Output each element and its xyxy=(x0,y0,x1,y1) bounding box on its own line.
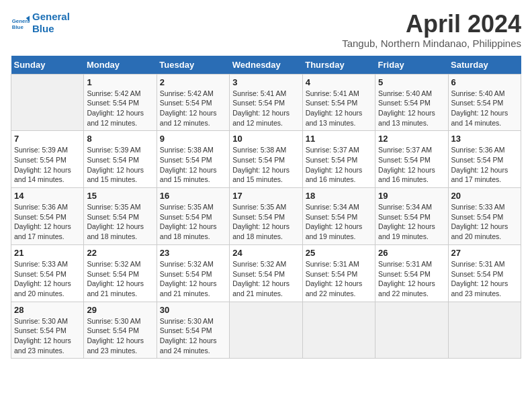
day-number: 6 xyxy=(451,77,518,87)
day-header-sunday: Sunday xyxy=(11,56,84,75)
days-header-row: SundayMondayTuesdayWednesdayThursdayFrid… xyxy=(11,56,521,75)
week-row-3: 14Sunrise: 5:36 AM Sunset: 5:54 PM Dayli… xyxy=(11,188,521,245)
day-detail: Sunrise: 5:30 AM Sunset: 5:54 PM Dayligh… xyxy=(14,316,81,356)
day-detail: Sunrise: 5:40 AM Sunset: 5:54 PM Dayligh… xyxy=(451,89,518,128)
day-detail: Sunrise: 5:35 AM Sunset: 5:54 PM Dayligh… xyxy=(232,202,299,242)
day-detail: Sunrise: 5:34 AM Sunset: 5:54 PM Dayligh… xyxy=(378,202,445,242)
day-detail: Sunrise: 5:32 AM Sunset: 5:54 PM Dayligh… xyxy=(87,259,153,299)
calendar-cell: 24Sunrise: 5:32 AM Sunset: 5:54 PM Dayli… xyxy=(230,244,302,302)
calendar-cell xyxy=(448,302,521,359)
day-number: 1 xyxy=(87,77,153,87)
day-detail: Sunrise: 5:35 AM Sunset: 5:54 PM Dayligh… xyxy=(160,202,226,242)
calendar-cell: 7Sunrise: 5:39 AM Sunset: 5:54 PM Daylig… xyxy=(11,131,84,188)
calendar-cell xyxy=(375,302,448,359)
day-header-monday: Monday xyxy=(84,56,157,75)
day-number: 30 xyxy=(160,305,226,315)
day-number: 24 xyxy=(232,248,299,258)
calendar-cell: 22Sunrise: 5:32 AM Sunset: 5:54 PM Dayli… xyxy=(84,244,157,302)
day-detail: Sunrise: 5:37 AM Sunset: 5:54 PM Dayligh… xyxy=(378,145,445,185)
day-detail: Sunrise: 5:39 AM Sunset: 5:54 PM Dayligh… xyxy=(14,145,81,185)
day-detail: Sunrise: 5:35 AM Sunset: 5:54 PM Dayligh… xyxy=(87,202,153,242)
calendar-cell: 26Sunrise: 5:31 AM Sunset: 5:54 PM Dayli… xyxy=(375,244,448,302)
day-number: 25 xyxy=(306,248,372,258)
calendar-cell: 4Sunrise: 5:41 AM Sunset: 5:54 PM Daylig… xyxy=(302,74,375,131)
calendar-cell: 21Sunrise: 5:33 AM Sunset: 5:54 PM Dayli… xyxy=(11,244,84,302)
day-detail: Sunrise: 5:41 AM Sunset: 5:54 PM Dayligh… xyxy=(232,89,299,128)
title-block: April 2024 Tangub, Northern Mindanao, Ph… xyxy=(342,11,521,49)
calendar-cell: 17Sunrise: 5:35 AM Sunset: 5:54 PM Dayli… xyxy=(230,188,302,245)
day-number: 28 xyxy=(14,305,81,315)
day-number: 4 xyxy=(306,77,372,87)
day-number: 16 xyxy=(160,191,226,201)
day-number: 23 xyxy=(160,248,226,258)
day-detail: Sunrise: 5:42 AM Sunset: 5:54 PM Dayligh… xyxy=(160,89,226,128)
day-detail: Sunrise: 5:38 AM Sunset: 5:54 PM Dayligh… xyxy=(160,145,226,185)
day-detail: Sunrise: 5:41 AM Sunset: 5:54 PM Dayligh… xyxy=(306,89,372,128)
day-number: 11 xyxy=(306,134,372,144)
calendar-cell: 5Sunrise: 5:40 AM Sunset: 5:54 PM Daylig… xyxy=(375,74,448,131)
day-number: 19 xyxy=(378,191,445,201)
calendar-cell: 13Sunrise: 5:36 AM Sunset: 5:54 PM Dayli… xyxy=(448,131,521,188)
calendar-cell: 30Sunrise: 5:30 AM Sunset: 5:54 PM Dayli… xyxy=(157,302,229,359)
logo-icon: General Blue xyxy=(11,13,30,32)
logo-text: General Blue xyxy=(32,11,70,35)
day-detail: Sunrise: 5:30 AM Sunset: 5:54 PM Dayligh… xyxy=(160,316,226,356)
calendar-cell xyxy=(230,302,302,359)
day-number: 21 xyxy=(14,248,81,258)
day-number: 27 xyxy=(451,248,518,258)
week-row-2: 7Sunrise: 5:39 AM Sunset: 5:54 PM Daylig… xyxy=(11,131,521,188)
calendar-cell: 8Sunrise: 5:39 AM Sunset: 5:54 PM Daylig… xyxy=(84,131,157,188)
calendar-cell: 20Sunrise: 5:33 AM Sunset: 5:54 PM Dayli… xyxy=(448,188,521,245)
day-detail: Sunrise: 5:30 AM Sunset: 5:54 PM Dayligh… xyxy=(87,316,153,356)
day-detail: Sunrise: 5:34 AM Sunset: 5:54 PM Dayligh… xyxy=(306,202,372,242)
calendar-cell: 27Sunrise: 5:31 AM Sunset: 5:54 PM Dayli… xyxy=(448,244,521,302)
calendar-cell: 28Sunrise: 5:30 AM Sunset: 5:54 PM Dayli… xyxy=(11,302,84,359)
calendar-cell: 14Sunrise: 5:36 AM Sunset: 5:54 PM Dayli… xyxy=(11,188,84,245)
day-detail: Sunrise: 5:33 AM Sunset: 5:54 PM Dayligh… xyxy=(451,202,518,242)
day-detail: Sunrise: 5:37 AM Sunset: 5:54 PM Dayligh… xyxy=(306,145,372,185)
day-number: 26 xyxy=(378,248,445,258)
day-number: 8 xyxy=(87,134,153,144)
calendar-cell: 3Sunrise: 5:41 AM Sunset: 5:54 PM Daylig… xyxy=(230,74,302,131)
day-number: 12 xyxy=(378,134,445,144)
day-number: 10 xyxy=(232,134,299,144)
day-number: 18 xyxy=(306,191,372,201)
day-detail: Sunrise: 5:31 AM Sunset: 5:54 PM Dayligh… xyxy=(451,259,518,299)
calendar-subtitle: Tangub, Northern Mindanao, Philippines xyxy=(342,38,521,49)
day-number: 13 xyxy=(451,134,518,144)
day-detail: Sunrise: 5:32 AM Sunset: 5:54 PM Dayligh… xyxy=(160,259,226,299)
day-number: 17 xyxy=(232,191,299,201)
calendar-cell: 1Sunrise: 5:42 AM Sunset: 5:54 PM Daylig… xyxy=(84,74,157,131)
svg-text:General: General xyxy=(12,18,30,24)
calendar-cell: 12Sunrise: 5:37 AM Sunset: 5:54 PM Dayli… xyxy=(375,131,448,188)
day-header-friday: Friday xyxy=(375,56,448,75)
logo: General Blue General Blue xyxy=(11,11,70,35)
day-header-tuesday: Tuesday xyxy=(157,56,229,75)
day-number: 14 xyxy=(14,191,81,201)
day-detail: Sunrise: 5:33 AM Sunset: 5:54 PM Dayligh… xyxy=(14,259,81,299)
day-number: 20 xyxy=(451,191,518,201)
svg-text:Blue: Blue xyxy=(12,24,24,30)
day-number: 2 xyxy=(160,77,226,87)
week-row-1: 1Sunrise: 5:42 AM Sunset: 5:54 PM Daylig… xyxy=(11,74,521,131)
day-number: 7 xyxy=(14,134,81,144)
calendar-table: SundayMondayTuesdayWednesdayThursdayFrid… xyxy=(11,56,521,359)
calendar-cell: 9Sunrise: 5:38 AM Sunset: 5:54 PM Daylig… xyxy=(157,131,229,188)
calendar-cell: 6Sunrise: 5:40 AM Sunset: 5:54 PM Daylig… xyxy=(448,74,521,131)
day-number: 3 xyxy=(232,77,299,87)
week-row-4: 21Sunrise: 5:33 AM Sunset: 5:54 PM Dayli… xyxy=(11,244,521,302)
day-number: 15 xyxy=(87,191,153,201)
day-header-saturday: Saturday xyxy=(448,56,521,75)
day-detail: Sunrise: 5:31 AM Sunset: 5:54 PM Dayligh… xyxy=(306,259,372,299)
calendar-cell: 11Sunrise: 5:37 AM Sunset: 5:54 PM Dayli… xyxy=(302,131,375,188)
calendar-title: April 2024 xyxy=(342,11,521,38)
calendar-cell: 25Sunrise: 5:31 AM Sunset: 5:54 PM Dayli… xyxy=(302,244,375,302)
calendar-cell: 23Sunrise: 5:32 AM Sunset: 5:54 PM Dayli… xyxy=(157,244,229,302)
calendar-cell xyxy=(302,302,375,359)
day-detail: Sunrise: 5:39 AM Sunset: 5:54 PM Dayligh… xyxy=(87,145,153,185)
day-detail: Sunrise: 5:38 AM Sunset: 5:54 PM Dayligh… xyxy=(232,145,299,185)
header: General Blue General Blue April 2024 Tan… xyxy=(11,11,521,49)
week-row-5: 28Sunrise: 5:30 AM Sunset: 5:54 PM Dayli… xyxy=(11,302,521,359)
day-number: 22 xyxy=(87,248,153,258)
calendar-cell: 18Sunrise: 5:34 AM Sunset: 5:54 PM Dayli… xyxy=(302,188,375,245)
